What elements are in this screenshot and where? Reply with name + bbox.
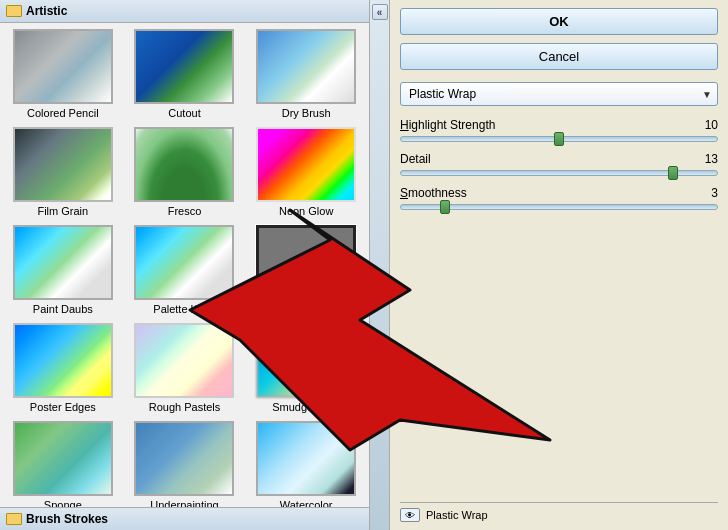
filter-label-fresco: Fresco [168,205,202,217]
filter-dropdown-container: Colored PencilCutoutDry BrushFilm GrainF… [400,82,718,106]
detail-row: Detail 13 [400,152,718,176]
filter-label-rough-pastels: Rough Pastels [149,401,221,413]
filter-label-underpainting: Underpainting [150,499,219,507]
folder-icon-footer [6,513,22,525]
filter-thumb-smudge-stick [256,323,356,398]
filter-thumb-fresco [134,127,234,202]
filter-label-watercolor: Watercolor [280,499,333,507]
filter-grid: Colored PencilCutoutDry BrushFilm GrainF… [6,29,363,507]
filter-item-dry-brush[interactable]: Dry Brush [249,29,363,119]
filter-thumb-sponge [13,421,113,496]
filter-label-neon-glow: Neon Glow [279,205,333,217]
smoothness-value: 3 [694,186,718,200]
filter-label-cutout: Cutout [168,107,200,119]
filter-label-palette-knife: Palette Knife [153,303,215,315]
category-footer: Brush Strokes [0,507,369,530]
filter-item-smudge-stick[interactable]: Smudge Stick [249,323,363,413]
filter-item-watercolor[interactable]: Watercolor [249,421,363,507]
filter-item-cutout[interactable]: Cutout [128,29,242,119]
detail-track[interactable] [400,170,718,176]
filter-item-neon-glow[interactable]: Neon Glow [249,127,363,217]
category-header: Artistic [0,0,369,23]
filter-thumb-cutout [134,29,234,104]
filter-item-film-grain[interactable]: Film Grain [6,127,120,217]
filter-thumb-watercolor [256,421,356,496]
detail-thumb[interactable] [668,166,678,180]
filter-item-rough-pastels[interactable]: Rough Pastels [128,323,242,413]
filter-label-film-grain: Film Grain [37,205,88,217]
smoothness-thumb[interactable] [440,200,450,214]
filter-item-poster-edges[interactable]: Poster Edges [6,323,120,413]
preview-eye-icon: 👁 [400,508,420,522]
filter-label-colored-pencil: Colored Pencil [27,107,99,119]
filter-thumb-palette-knife [134,225,234,300]
filter-label-plastic-wrap: Plastic Wrap [275,303,337,315]
folder-icon [6,5,22,17]
collapse-button[interactable]: « [372,4,388,20]
filter-label-smudge-stick: Smudge Stick [272,401,340,413]
filter-item-underpainting[interactable]: Underpainting [128,421,242,507]
filter-thumb-film-grain [13,127,113,202]
highlight-strength-track[interactable] [400,136,718,142]
detail-value: 13 [694,152,718,166]
filter-item-fresco[interactable]: Fresco [128,127,242,217]
filter-item-paint-daubs[interactable]: Paint Daubs [6,225,120,315]
detail-label: Detail [400,152,431,166]
filter-list-panel: Artistic Colored PencilCutoutDry BrushFi… [0,0,370,530]
cancel-button[interactable]: Cancel [400,43,718,70]
highlight-strength-label: Highlight Strength [400,118,495,132]
smoothness-track[interactable] [400,204,718,210]
filter-label-dry-brush: Dry Brush [282,107,331,119]
filter-thumb-dry-brush [256,29,356,104]
parameters-section: Highlight Strength 10 Detail 13 Smoo [400,118,718,210]
filter-thumb-colored-pencil [13,29,113,104]
collapse-strip[interactable]: « [370,0,390,530]
bottom-preview-bar: 👁 Plastic Wrap [400,502,718,522]
filter-scroll-area[interactable]: Colored PencilCutoutDry BrushFilm GrainF… [0,23,369,507]
filter-item-sponge[interactable]: Sponge [6,421,120,507]
ok-button[interactable]: OK [400,8,718,35]
smoothness-label: Smoothness [400,186,467,200]
filter-item-palette-knife[interactable]: Palette Knife [128,225,242,315]
filter-thumb-rough-pastels [134,323,234,398]
preview-label: Plastic Wrap [426,509,488,521]
filter-label-sponge: Sponge [44,499,82,507]
filter-label-poster-edges: Poster Edges [30,401,96,413]
highlight-strength-row: Highlight Strength 10 [400,118,718,142]
category-title: Artistic [26,4,67,18]
filter-thumb-underpainting [134,421,234,496]
filter-thumb-plastic-wrap [256,225,356,300]
filter-dropdown[interactable]: Colored PencilCutoutDry BrushFilm GrainF… [400,82,718,106]
filter-thumb-neon-glow [256,127,356,202]
highlight-strength-thumb[interactable] [554,132,564,146]
filter-item-plastic-wrap[interactable]: Plastic Wrap [249,225,363,315]
filter-item-colored-pencil[interactable]: Colored Pencil [6,29,120,119]
filter-thumb-paint-daubs [13,225,113,300]
smoothness-row: Smoothness 3 [400,186,718,210]
footer-category-label: Brush Strokes [26,512,108,526]
filter-thumb-poster-edges [13,323,113,398]
highlight-strength-value: 10 [694,118,718,132]
right-panel: OK Cancel Colored PencilCutoutDry BrushF… [390,0,728,530]
filter-label-paint-daubs: Paint Daubs [33,303,93,315]
